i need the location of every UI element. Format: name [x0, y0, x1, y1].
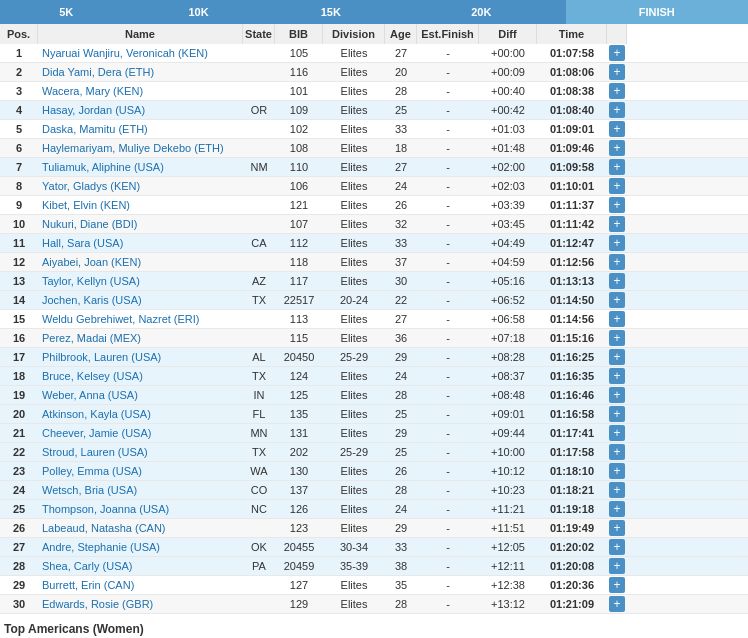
cell-action[interactable]: [607, 121, 627, 137]
cell-age: 25: [385, 443, 417, 461]
cell-estfinish: -: [417, 424, 479, 442]
cell-action[interactable]: [607, 349, 627, 365]
expand-button[interactable]: [609, 501, 625, 517]
cell-action[interactable]: [607, 140, 627, 156]
cell-age: 32: [385, 215, 417, 233]
expand-button[interactable]: [609, 45, 625, 61]
table-row: 26 Labeaud, Natasha (CAN) 123 Elites 29 …: [0, 519, 748, 538]
cell-estfinish: -: [417, 177, 479, 195]
cell-age: 28: [385, 386, 417, 404]
expand-button[interactable]: [609, 577, 625, 593]
cell-action[interactable]: [607, 577, 627, 593]
cell-action[interactable]: [607, 45, 627, 61]
cell-action[interactable]: [607, 83, 627, 99]
cell-action[interactable]: [607, 463, 627, 479]
expand-button[interactable]: [609, 539, 625, 555]
expand-button[interactable]: [609, 387, 625, 403]
expand-button[interactable]: [609, 463, 625, 479]
expand-button[interactable]: [609, 558, 625, 574]
expand-button[interactable]: [609, 520, 625, 536]
cell-time: 01:17:41: [537, 424, 607, 442]
expand-button[interactable]: [609, 368, 625, 384]
cell-action[interactable]: [607, 292, 627, 308]
cell-action[interactable]: [607, 254, 627, 270]
cell-estfinish: -: [417, 272, 479, 290]
cell-age: 30: [385, 272, 417, 290]
table-row: 27 Andre, Stephanie (USA) OK 20455 30-34…: [0, 538, 748, 557]
cell-action[interactable]: [607, 368, 627, 384]
cell-time: 01:10:01: [537, 177, 607, 195]
cell-time: 01:12:47: [537, 234, 607, 252]
cell-name: Perez, Madai (MEX): [38, 329, 243, 347]
cell-bib: 130: [275, 462, 323, 480]
cell-pos: 21: [0, 424, 38, 442]
expand-button[interactable]: [609, 311, 625, 327]
cell-action[interactable]: [607, 558, 627, 574]
cell-time: 01:09:46: [537, 139, 607, 157]
cell-bib: 125: [275, 386, 323, 404]
cell-action[interactable]: [607, 330, 627, 346]
cell-action[interactable]: [607, 178, 627, 194]
cell-action[interactable]: [607, 64, 627, 80]
expand-button[interactable]: [609, 273, 625, 289]
cell-action[interactable]: [607, 311, 627, 327]
expand-button[interactable]: [609, 330, 625, 346]
expand-button[interactable]: [609, 349, 625, 365]
cell-bib: 131: [275, 424, 323, 442]
cell-action[interactable]: [607, 387, 627, 403]
cell-bib: 22517: [275, 291, 323, 309]
cell-action[interactable]: [607, 406, 627, 422]
cell-action[interactable]: [607, 273, 627, 289]
cell-diff: +13:12: [479, 595, 537, 613]
col-action: [607, 24, 627, 44]
header-5k: 5K: [0, 0, 132, 24]
cell-time: 01:17:58: [537, 443, 607, 461]
cell-estfinish: -: [417, 348, 479, 366]
expand-button[interactable]: [609, 83, 625, 99]
cell-action[interactable]: [607, 596, 627, 612]
expand-button[interactable]: [609, 216, 625, 232]
top-header-row: 5K 10K 15K 20K FINISH: [0, 0, 748, 24]
cell-division: Elites: [323, 519, 385, 537]
cell-action[interactable]: [607, 216, 627, 232]
cell-action[interactable]: [607, 159, 627, 175]
expand-button[interactable]: [609, 406, 625, 422]
cell-age: 38: [385, 557, 417, 575]
cell-action[interactable]: [607, 197, 627, 213]
table-row: 8 Yator, Gladys (KEN) 106 Elites 24 - +0…: [0, 177, 748, 196]
cell-action[interactable]: [607, 425, 627, 441]
cell-time: 01:08:38: [537, 82, 607, 100]
cell-action[interactable]: [607, 501, 627, 517]
cell-action[interactable]: [607, 539, 627, 555]
cell-state: [243, 69, 275, 75]
expand-button[interactable]: [609, 425, 625, 441]
cell-age: 29: [385, 348, 417, 366]
cell-name: Wacera, Mary (KEN): [38, 82, 243, 100]
table-row: 4 Hasay, Jordan (USA) OR 109 Elites 25 -…: [0, 101, 748, 120]
expand-button[interactable]: [609, 140, 625, 156]
expand-button[interactable]: [609, 197, 625, 213]
expand-button[interactable]: [609, 64, 625, 80]
expand-button[interactable]: [609, 102, 625, 118]
cell-action[interactable]: [607, 482, 627, 498]
cell-division: Elites: [323, 101, 385, 119]
expand-button[interactable]: [609, 292, 625, 308]
expand-button[interactable]: [609, 482, 625, 498]
expand-button[interactable]: [609, 444, 625, 460]
cell-state: WA: [243, 462, 275, 480]
cell-age: 25: [385, 101, 417, 119]
cell-action[interactable]: [607, 520, 627, 536]
expand-button[interactable]: [609, 235, 625, 251]
col-diff: Diff: [479, 24, 537, 44]
expand-button[interactable]: [609, 121, 625, 137]
cell-time: 01:19:49: [537, 519, 607, 537]
expand-button[interactable]: [609, 159, 625, 175]
cell-bib: 108: [275, 139, 323, 157]
expand-button[interactable]: [609, 178, 625, 194]
expand-button[interactable]: [609, 254, 625, 270]
cell-time: 01:16:25: [537, 348, 607, 366]
cell-action[interactable]: [607, 102, 627, 118]
cell-action[interactable]: [607, 235, 627, 251]
cell-action[interactable]: [607, 444, 627, 460]
expand-button[interactable]: [609, 596, 625, 612]
